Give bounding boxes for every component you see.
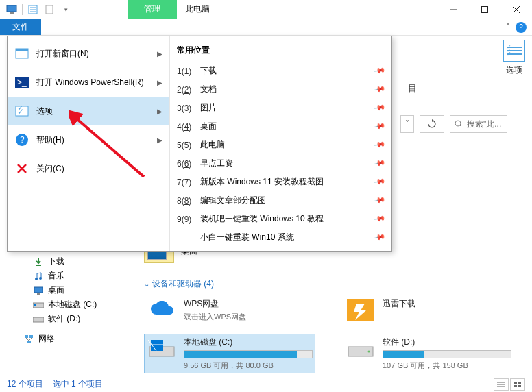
options-icon [503, 40, 525, 62]
svg-rect-38 [27, 341, 31, 343]
pin-icon[interactable]: 📌 [374, 120, 387, 133]
svg-rect-0 [7, 5, 16, 12]
tree-network[interactable]: 网络 [19, 332, 129, 346]
svg-text:✓—: ✓— [17, 107, 29, 117]
file-tab[interactable]: 文件 [0, 19, 41, 35]
svg-line-39 [26, 338, 29, 341]
svg-rect-56 [518, 382, 521, 384]
icons-view-button[interactable] [510, 378, 525, 391]
maximize-button[interactable] [469, 0, 500, 19]
help-icon[interactable]: ? [516, 22, 527, 33]
file-menu-item-2[interactable]: ✓—✓—选项▶ [8, 97, 169, 125]
pin-icon[interactable]: 📌 [374, 175, 387, 188]
tile-1[interactable]: 迅雷下载 [343, 295, 514, 326]
svg-point-30 [39, 277, 42, 280]
file-menu-item-4[interactable]: 关闭(C) [8, 154, 169, 183]
file-menu-item-3[interactable]: ?帮助(H)▶ [8, 125, 169, 154]
qat-divider [22, 4, 23, 15]
pin-icon[interactable]: 📌 [374, 231, 387, 244]
submenu-arrow-icon: ▶ [157, 79, 162, 86]
pin-icon[interactable]: 📌 [374, 83, 387, 96]
drive-c-icon [33, 299, 44, 310]
details-view-button[interactable] [494, 378, 509, 391]
location-item-1[interactable]: 2(2)文档📌 [170, 80, 391, 99]
xunlei-icon [346, 298, 376, 323]
tree-item-2[interactable]: 音乐 [19, 269, 129, 283]
location-item-8[interactable]: 9(9)装机吧一键重装 Windows 10 教程📌 [170, 210, 391, 228]
file-menu-item-label: 选项 [36, 106, 150, 117]
ribbon-help-area: ˄ ? [506, 19, 532, 35]
file-menu-item-0[interactable]: 打开新窗口(N)▶ [8, 39, 169, 68]
location-item-7[interactable]: 8(8)编辑文章部分配图📌 [170, 191, 391, 210]
refresh-button[interactable] [420, 115, 444, 133]
close-button[interactable] [500, 0, 532, 19]
drive-free-text: 9.56 GB 可用，共 80.0 GB [184, 360, 313, 371]
location-label: 桌面 [200, 121, 371, 132]
location-item-5[interactable]: 6(6)早点工资📌 [170, 154, 391, 173]
tree-item-4[interactable]: 本地磁盘 (C:) [19, 297, 129, 312]
drive-0[interactable]: 本地磁盘 (C:)9.56 GB 可用，共 80.0 GB [144, 334, 315, 373]
svg-rect-34 [34, 304, 36, 306]
help-icon: ? [14, 132, 29, 147]
ribbon-options-group[interactable]: 选项 [503, 40, 525, 76]
properties-icon[interactable] [25, 2, 40, 17]
tree-item-1[interactable]: 下载 [19, 254, 129, 269]
svg-text:>_: >_ [17, 77, 27, 87]
location-item-0[interactable]: 1(1)下载📌 [170, 62, 391, 80]
location-shortcut: 4(4) [177, 122, 196, 132]
svg-rect-45 [157, 340, 163, 345]
network-icon [23, 334, 34, 345]
svg-rect-58 [518, 385, 521, 387]
svg-line-12 [460, 125, 462, 127]
file-menu-item-1[interactable]: >_打开 Windows PowerShell(R)▶ [8, 68, 169, 97]
location-shortcut: 8(8) [177, 196, 196, 206]
svg-rect-14 [16, 49, 28, 51]
location-item-2[interactable]: 3(3)图片📌 [170, 99, 391, 117]
svg-rect-35 [33, 317, 44, 322]
location-item-4[interactable]: 5(5)此电脑📌 [170, 136, 391, 154]
pin-icon[interactable]: 📌 [374, 212, 387, 225]
pin-icon[interactable]: 📌 [374, 194, 387, 207]
location-item-9[interactable]: 小白一键重装 Win10 系统📌 [170, 228, 391, 247]
win-drive-icon [147, 336, 177, 361]
svg-rect-6 [46, 5, 53, 14]
ribbon-row: 文件 ˄ ? [0, 19, 532, 36]
svg-rect-32 [37, 293, 40, 295]
file-menu-item-label: 帮助(H) [36, 134, 150, 146]
collapse-ribbon-icon[interactable]: ˄ [506, 23, 510, 32]
pin-icon[interactable]: 📌 [374, 101, 387, 114]
minimize-button[interactable] [437, 0, 469, 19]
svg-rect-44 [151, 340, 156, 345]
location-label: 小白一键重装 Win10 系统 [200, 232, 371, 243]
ribbon-tab-manage[interactable]: 管理 [128, 0, 177, 19]
content-area: 桌面 ⌄ 设备和驱动器 (4) WPS网盘双击进入WPS网盘迅雷下载 本地磁盘 … [144, 240, 518, 373]
location-shortcut: 6(6) [177, 159, 196, 169]
qat-dropdown-icon[interactable]: ▾ [58, 2, 73, 17]
pin-icon[interactable]: 📌 [374, 157, 387, 170]
svg-point-51 [368, 351, 370, 353]
desktop-icon [33, 285, 44, 296]
pin-icon[interactable]: 📌 [374, 64, 387, 77]
svg-rect-1 [10, 12, 14, 14]
tile-name: WPS网盘 [184, 298, 313, 310]
devices-section-header[interactable]: ⌄ 设备和驱动器 (4) [144, 275, 518, 295]
tree-item-3[interactable]: 桌面 [19, 283, 129, 297]
pin-icon[interactable]: 📌 [374, 138, 387, 151]
options-icon: ✓—✓— [14, 103, 29, 119]
submenu-arrow-icon: ▶ [157, 108, 162, 115]
tree-item-5[interactable]: 软件 (D:) [19, 312, 129, 326]
tile-0[interactable]: WPS网盘双击进入WPS网盘 [144, 295, 315, 326]
location-item-6[interactable]: 7(7)新版本 Windows 11 安装教程截图📌 [170, 173, 391, 191]
file-menu-right: 常用位置 1(1)下载📌2(2)文档📌3(3)图片📌4(4)桌面📌5(5)此电脑… [169, 36, 391, 251]
svg-rect-37 [29, 335, 33, 338]
new-doc-icon[interactable] [42, 2, 57, 17]
options-label: 选项 [503, 64, 525, 76]
status-bar: 12 个项目 选中 1 个项目 [0, 376, 532, 392]
svg-rect-55 [514, 382, 517, 384]
location-shortcut: 3(3) [177, 103, 196, 113]
location-item-3[interactable]: 4(4)桌面📌 [170, 117, 391, 136]
svg-rect-31 [34, 287, 43, 293]
search-box[interactable]: 搜索"此... [450, 115, 507, 133]
drive-1[interactable]: 软件 (D:)107 GB 可用，共 158 GB [343, 334, 514, 373]
nav-dropdown[interactable]: ˅ [400, 115, 414, 133]
